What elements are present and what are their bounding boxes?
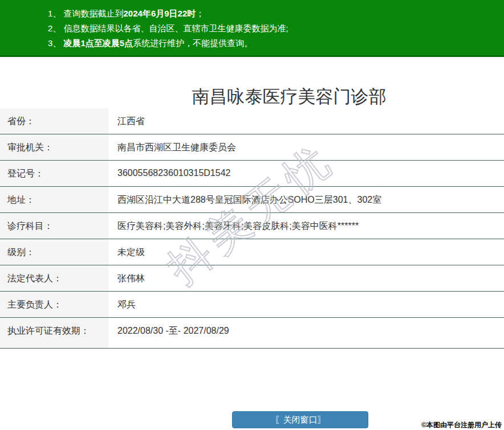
table-row-registration-number: 登记号： 36005568236010315D1542: [0, 161, 504, 187]
page-title: 南昌咏泰医疗美容门诊部: [0, 85, 504, 109]
uploader-copyright-note: ©本图由平台注册用户上传: [420, 420, 503, 430]
row-label: 省份：: [0, 108, 108, 134]
notice-line-1: 1、 查询数据截止到2024年6月9日22时；: [48, 6, 504, 21]
row-label: 审批机关：: [0, 134, 108, 160]
row-value: 邓兵: [108, 292, 504, 317]
notice-line-3: 3、 凌晨1点至凌晨5点系统进行维护，不能提供查询。: [48, 36, 504, 51]
row-label: 法定代表人：: [0, 265, 108, 291]
notice-1-bold: 2024年6月9日22时: [124, 9, 196, 18]
notice-1-text: 查询数据截止到: [64, 9, 124, 18]
row-label: 地址：: [0, 187, 108, 212]
row-value: 36005568236010315D1542: [108, 161, 504, 186]
row-value: 南昌市西湖区卫生健康委员会: [108, 134, 504, 160]
notice-banner: 1、 查询数据截止到2024年6月9日22时； 2、 信息数据结果以各省、自治区…: [0, 0, 504, 57]
table-row-level: 级别： 未定级: [0, 239, 504, 265]
row-value: 未定级: [108, 239, 504, 265]
notice-3-post: 系统进行维护，不能提供查询。: [133, 38, 253, 48]
notice-1-post: ；: [196, 9, 204, 18]
notice-1-number: 1、: [48, 9, 61, 18]
table-row-approval-authority: 审批机关： 南昌市西湖区卫生健康委员会: [0, 134, 504, 161]
row-label: 级别：: [0, 239, 108, 265]
row-value: 2022/08/30 -至- 2027/08/29: [108, 318, 504, 348]
notice-line-2: 2、 信息数据结果以各省、自治区、直辖市卫生健康委数据为准;: [48, 21, 504, 36]
table-row-legal-representative: 法定代表人： 张伟林: [0, 265, 504, 292]
row-value: 医疗美容科;美容外科;美容牙科;美容皮肤科;美容中医科******: [108, 213, 504, 239]
row-label: 登记号：: [0, 161, 108, 186]
notice-3-number: 3、: [48, 38, 61, 48]
row-value: 西湖区沿江中大道288号皇冠国际酒店办公SOHO三层301、302室: [108, 187, 504, 212]
table-row-principal: 主要负责人： 邓兵: [0, 292, 504, 318]
institution-info-table: 省份： 江西省 审批机关： 南昌市西湖区卫生健康委员会 登记号： 3600556…: [0, 108, 504, 349]
notice-2-number: 2、: [48, 23, 61, 33]
row-value: 江西省: [108, 108, 504, 134]
row-label: 诊疗科目：: [0, 213, 108, 239]
notice-2-text: 信息数据结果以各省、自治区、直辖市卫生健康委数据为准;: [64, 23, 288, 33]
row-value: 张伟林: [108, 265, 504, 291]
row-label: 主要负责人：: [0, 292, 108, 317]
table-row-province: 省份： 江西省: [0, 108, 504, 134]
close-window-button[interactable]: 〖关闭窗口〗: [232, 411, 368, 428]
table-row-address: 地址： 西湖区沿江中大道288号皇冠国际酒店办公SOHO三层301、302室: [0, 187, 504, 213]
row-label: 执业许可证有效期：: [0, 318, 108, 348]
table-row-treatment-subjects: 诊疗科目： 医疗美容科;美容外科;美容牙科;美容皮肤科;美容中医科******: [0, 213, 504, 239]
table-row-license-validity: 执业许可证有效期： 2022/08/30 -至- 2027/08/29: [0, 318, 504, 349]
notice-3-bold: 凌晨1点至凌晨5点: [64, 38, 133, 48]
